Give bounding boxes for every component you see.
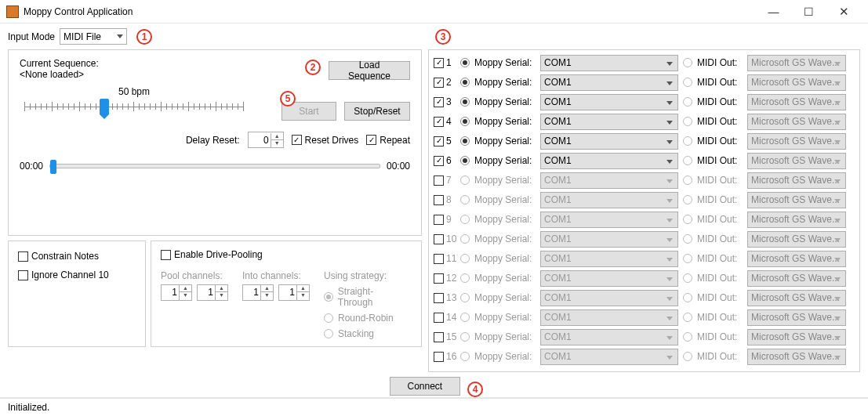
com-port-select[interactable]: COM1 [540, 153, 678, 169]
pool-from-spinner[interactable]: ▲▼ [161, 284, 192, 301]
into-to-spinner[interactable]: ▲▼ [278, 284, 310, 301]
channel-enable-checkbox[interactable]: ✓ [434, 136, 444, 147]
com-port-select[interactable]: COM1 [540, 172, 678, 189]
midi-out-radio[interactable] [683, 273, 692, 283]
channel-enable-checkbox[interactable]: ✓ [434, 97, 444, 107]
close-button[interactable]: ✕ [826, 1, 862, 23]
stop-reset-button[interactable]: Stop/Reset [344, 102, 410, 121]
com-port-select[interactable]: COM1 [540, 329, 678, 345]
channel-enable-checkbox[interactable] [434, 234, 444, 244]
midi-out-radio[interactable] [683, 234, 692, 244]
moppy-serial-radio[interactable] [460, 175, 470, 185]
midi-out-radio[interactable] [683, 332, 692, 342]
midi-out-select[interactable]: Microsoft GS Wave... [747, 55, 846, 71]
midi-out-select[interactable]: Microsoft GS Wave... [747, 251, 846, 267]
channel-enable-checkbox[interactable] [434, 215, 444, 225]
com-port-select[interactable]: COM1 [540, 231, 678, 248]
midi-out-radio[interactable] [683, 313, 692, 322]
spinner-up-icon[interactable]: ▲ [271, 133, 283, 140]
moppy-serial-radio[interactable] [460, 136, 470, 146]
strategy-stacking[interactable]: Stacking [324, 328, 407, 339]
com-port-select[interactable]: COM1 [540, 133, 678, 150]
channel-enable-checkbox[interactable]: ✓ [434, 117, 444, 127]
bpm-slider[interactable] [24, 99, 244, 121]
channel-enable-checkbox[interactable] [434, 352, 444, 362]
moppy-serial-radio[interactable] [460, 156, 470, 165]
midi-out-select[interactable]: Microsoft GS Wave... [747, 290, 846, 306]
maximize-button[interactable]: ☐ [791, 1, 826, 23]
midi-out-select[interactable]: Microsoft GS Wave... [747, 74, 846, 91]
midi-out-radio[interactable] [683, 293, 692, 302]
bpm-slider-thumb[interactable] [100, 99, 109, 114]
midi-out-select[interactable]: Microsoft GS Wave... [747, 231, 846, 248]
delay-reset-spinner[interactable]: ▲▼ [248, 132, 284, 148]
midi-out-radio[interactable] [683, 136, 692, 146]
moppy-serial-radio[interactable] [460, 215, 470, 224]
moppy-serial-radio[interactable] [460, 313, 470, 322]
midi-out-select[interactable]: Microsoft GS Wave... [747, 270, 846, 287]
com-port-select[interactable]: COM1 [540, 212, 678, 228]
spinner-down-icon[interactable]: ▼ [271, 140, 283, 147]
channel-enable-checkbox[interactable] [434, 273, 444, 284]
midi-out-radio[interactable] [683, 78, 692, 87]
midi-out-select[interactable]: Microsoft GS Wave... [747, 212, 846, 228]
midi-out-radio[interactable] [683, 352, 692, 361]
com-port-select[interactable]: COM1 [540, 94, 678, 110]
com-port-select[interactable]: COM1 [540, 309, 678, 326]
midi-out-select[interactable]: Microsoft GS Wave... [747, 94, 846, 110]
constrain-notes-checkbox[interactable]: Constrain Notes [18, 251, 99, 262]
midi-out-radio[interactable] [683, 215, 692, 224]
channel-enable-checkbox[interactable] [434, 332, 444, 342]
com-port-select[interactable]: COM1 [540, 192, 678, 208]
moppy-serial-radio[interactable] [460, 58, 470, 67]
enable-drive-pooling-checkbox[interactable]: Enable Drive-Pooling [161, 249, 263, 260]
channel-enable-checkbox[interactable] [434, 293, 444, 303]
playback-thumb[interactable] [50, 160, 56, 174]
strategy-round-robin[interactable]: Round-Robin [324, 313, 407, 324]
channel-enable-checkbox[interactable]: ✓ [434, 156, 444, 166]
moppy-serial-radio[interactable] [460, 332, 470, 342]
strategy-straight-through[interactable]: Straight-Through [324, 286, 407, 308]
midi-out-select[interactable]: Microsoft GS Wave... [747, 309, 846, 326]
midi-out-select[interactable]: Microsoft GS Wave... [747, 133, 846, 150]
moppy-serial-radio[interactable] [460, 234, 470, 244]
com-port-select[interactable]: COM1 [540, 74, 678, 91]
midi-out-radio[interactable] [683, 97, 692, 107]
moppy-serial-radio[interactable] [460, 273, 470, 283]
midi-out-radio[interactable] [683, 254, 692, 263]
repeat-checkbox[interactable]: ✓ Repeat [366, 135, 410, 146]
midi-out-select[interactable]: Microsoft GS Wave... [747, 153, 846, 169]
com-port-select[interactable]: COM1 [540, 270, 678, 287]
moppy-serial-radio[interactable] [460, 117, 470, 126]
com-port-select[interactable]: COM1 [540, 349, 678, 365]
reset-drives-checkbox[interactable]: ✓ Reset Drives [292, 135, 359, 146]
moppy-serial-radio[interactable] [460, 293, 470, 302]
load-sequence-button[interactable]: Load Sequence [329, 61, 410, 80]
midi-out-select[interactable]: Microsoft GS Wave... [747, 172, 846, 189]
channel-enable-checkbox[interactable] [434, 313, 444, 323]
midi-out-select[interactable]: Microsoft GS Wave... [747, 329, 846, 345]
channel-enable-checkbox[interactable] [434, 254, 444, 264]
com-port-select[interactable]: COM1 [540, 55, 678, 71]
channel-enable-checkbox[interactable] [434, 175, 444, 186]
channel-enable-checkbox[interactable]: ✓ [434, 78, 444, 88]
minimize-button[interactable]: — [756, 1, 791, 23]
into-from-spinner[interactable]: ▲▼ [242, 284, 274, 301]
com-port-select[interactable]: COM1 [540, 251, 678, 267]
midi-out-radio[interactable] [683, 175, 692, 185]
midi-out-radio[interactable] [683, 195, 692, 204]
midi-out-select[interactable]: Microsoft GS Wave... [747, 349, 846, 365]
com-port-select[interactable]: COM1 [540, 290, 678, 306]
ignore-channel-10-checkbox[interactable]: Ignore Channel 10 [18, 269, 109, 280]
channel-enable-checkbox[interactable]: ✓ [434, 58, 444, 68]
delay-reset-input[interactable] [249, 132, 271, 147]
moppy-serial-radio[interactable] [460, 254, 470, 263]
com-port-select[interactable]: COM1 [540, 114, 678, 130]
midi-out-select[interactable]: Microsoft GS Wave... [747, 192, 846, 208]
playback-progress[interactable] [49, 164, 380, 168]
connect-button[interactable]: Connect [390, 377, 460, 396]
pool-to-spinner[interactable]: ▲▼ [197, 284, 228, 301]
midi-out-radio[interactable] [683, 117, 692, 126]
midi-out-radio[interactable] [683, 58, 692, 67]
midi-out-select[interactable]: Microsoft GS Wave... [747, 114, 846, 130]
